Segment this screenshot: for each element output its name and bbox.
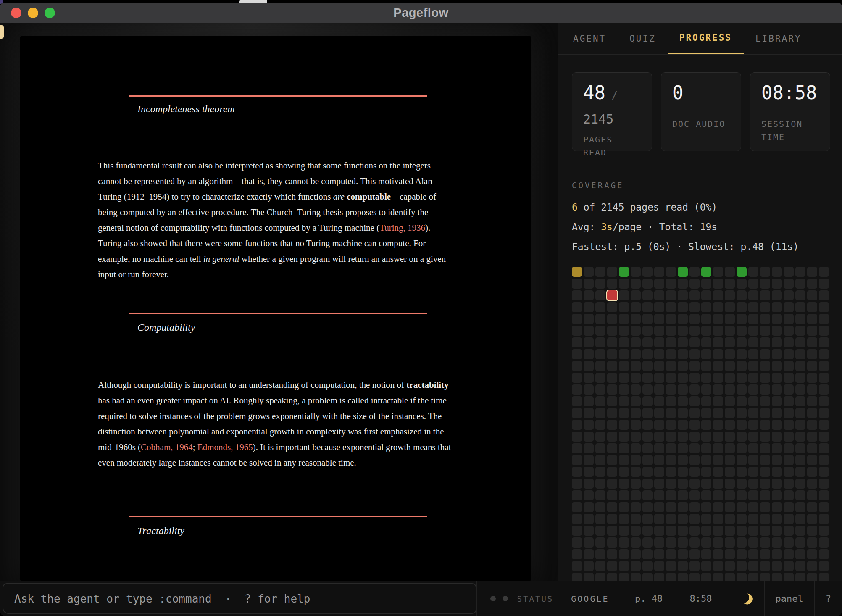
coverage-cell[interactable] [689, 526, 700, 536]
coverage-cell[interactable] [713, 490, 723, 500]
coverage-cell[interactable] [713, 384, 723, 395]
coverage-cell[interactable] [760, 267, 770, 277]
coverage-cell[interactable] [748, 361, 758, 371]
coverage-cell[interactable] [678, 302, 688, 312]
coverage-cell[interactable] [701, 502, 711, 512]
coverage-cell[interactable] [795, 561, 805, 571]
coverage-cell[interactable] [678, 408, 688, 418]
coverage-cell[interactable] [737, 314, 747, 324]
coverage-cell[interactable] [760, 420, 770, 430]
coverage-cell[interactable] [772, 337, 782, 347]
coverage-cell[interactable] [584, 302, 594, 312]
coverage-cell[interactable] [760, 279, 770, 289]
coverage-cell[interactable] [784, 361, 794, 371]
coverage-cell[interactable] [642, 384, 653, 395]
coverage-cell[interactable] [619, 537, 629, 548]
coverage-cell[interactable] [760, 384, 770, 395]
coverage-cell[interactable] [713, 526, 723, 536]
coverage-cell-current[interactable] [607, 290, 617, 300]
coverage-cell[interactable] [654, 467, 664, 477]
coverage-cell[interactable] [642, 502, 653, 512]
coverage-cell[interactable] [760, 526, 770, 536]
coverage-cell[interactable] [701, 514, 711, 524]
coverage-cell[interactable] [795, 537, 805, 548]
coverage-cell[interactable] [737, 337, 747, 347]
coverage-cell[interactable] [819, 314, 829, 324]
coverage-cell[interactable] [784, 290, 794, 300]
coverage-cell[interactable] [748, 573, 758, 581]
coverage-cell[interactable] [737, 373, 747, 383]
coverage-cell[interactable] [725, 443, 735, 453]
coverage-cell[interactable] [689, 408, 700, 418]
coverage-cell[interactable] [642, 361, 653, 371]
coverage-cell[interactable] [807, 314, 817, 324]
coverage-cell[interactable] [760, 549, 770, 559]
coverage-cell[interactable] [678, 361, 688, 371]
coverage-cell[interactable] [807, 349, 817, 359]
coverage-cell[interactable] [666, 420, 676, 430]
coverage-cell[interactable] [607, 326, 617, 336]
coverage-cell[interactable] [678, 573, 688, 581]
coverage-cell[interactable] [584, 314, 594, 324]
coverage-cell[interactable] [642, 290, 653, 300]
coverage-cell[interactable] [666, 361, 676, 371]
coverage-cell[interactable] [584, 514, 594, 524]
coverage-cell[interactable] [795, 373, 805, 383]
coverage-cell[interactable] [784, 537, 794, 548]
coverage-cell-fast[interactable] [701, 267, 711, 277]
coverage-cell[interactable] [607, 514, 617, 524]
coverage-cell[interactable] [795, 279, 805, 289]
coverage-cell[interactable] [678, 432, 688, 442]
coverage-cell[interactable] [819, 549, 829, 559]
coverage-cell[interactable] [807, 267, 817, 277]
coverage-cell[interactable] [725, 373, 735, 383]
coverage-cell[interactable] [784, 502, 794, 512]
coverage-cell[interactable] [619, 514, 629, 524]
coverage-cell[interactable] [713, 267, 723, 277]
coverage-cell[interactable] [631, 349, 641, 359]
coverage-cell[interactable] [584, 361, 594, 371]
coverage-cell[interactable] [689, 490, 700, 500]
coverage-cell[interactable] [795, 267, 805, 277]
coverage-cell[interactable] [772, 361, 782, 371]
coverage-cell[interactable] [760, 455, 770, 465]
coverage-cell[interactable] [725, 479, 735, 489]
coverage-cell[interactable] [689, 479, 700, 489]
coverage-cell[interactable] [795, 337, 805, 347]
coverage-cell[interactable] [819, 432, 829, 442]
coverage-cell[interactable] [631, 290, 641, 300]
coverage-cell[interactable] [713, 326, 723, 336]
coverage-cell[interactable] [760, 467, 770, 477]
coverage-cell[interactable] [666, 573, 676, 581]
coverage-cell[interactable] [619, 455, 629, 465]
coverage-cell[interactable] [572, 443, 582, 453]
coverage-cell[interactable] [760, 326, 770, 336]
coverage-cell[interactable] [701, 384, 711, 395]
coverage-cell[interactable] [678, 326, 688, 336]
coverage-cell[interactable] [795, 326, 805, 336]
coverage-cell[interactable] [642, 455, 653, 465]
coverage-cell[interactable] [819, 349, 829, 359]
coverage-cell[interactable] [784, 490, 794, 500]
coverage-cell[interactable] [819, 420, 829, 430]
coverage-cell[interactable] [631, 443, 641, 453]
coverage-cell[interactable] [760, 290, 770, 300]
coverage-cell[interactable] [748, 443, 758, 453]
coverage-cell[interactable] [666, 455, 676, 465]
coverage-cell[interactable] [595, 549, 605, 559]
coverage-cell[interactable] [654, 479, 664, 489]
coverage-cell[interactable] [584, 408, 594, 418]
coverage-cell[interactable] [607, 443, 617, 453]
coverage-cell[interactable] [725, 314, 735, 324]
coverage-cell[interactable] [807, 502, 817, 512]
coverage-cell[interactable] [748, 526, 758, 536]
coverage-cell[interactable] [748, 432, 758, 442]
coverage-cell[interactable] [737, 455, 747, 465]
coverage-cell[interactable] [807, 467, 817, 477]
coverage-cell[interactable] [737, 384, 747, 395]
coverage-cell[interactable] [795, 549, 805, 559]
coverage-cell[interactable] [595, 361, 605, 371]
coverage-cell[interactable] [795, 455, 805, 465]
command-input[interactable] [3, 592, 476, 605]
coverage-cell[interactable] [819, 396, 829, 406]
